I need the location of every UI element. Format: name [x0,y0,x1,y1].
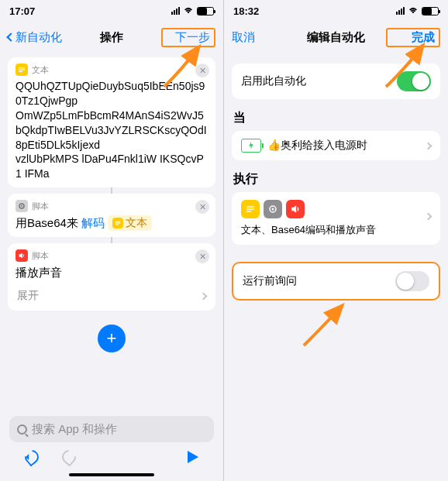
text-variable-pill[interactable]: 文本 [108,215,152,231]
chevron-right-icon [200,293,208,301]
status-time: 18:32 [233,5,259,17]
text-icon [241,200,260,218]
when-trigger-row[interactable]: 👍奥利给接入电源时 [232,131,440,160]
status-bar: 18:32 [224,0,448,22]
done-button[interactable]: 完成 [386,28,440,47]
gear-icon [16,200,28,212]
status-icons [171,7,214,15]
close-icon[interactable]: ✕ [195,200,209,214]
svg-point-4 [21,205,22,207]
signal-icon [396,7,405,15]
signal-icon [171,7,180,15]
status-bar: 17:07 [0,0,223,22]
chevron-right-icon [425,213,432,221]
play-button[interactable] [188,451,198,463]
next-button[interactable]: 下一步 [161,28,215,47]
battery-icon [197,7,214,15]
ask-switch[interactable] [395,271,429,291]
close-icon[interactable]: ✕ [195,64,209,77]
script-prefix: 用Base64来 [16,216,78,231]
nav-bar: 取消 编辑自动化 完成 [224,22,448,53]
add-action-button[interactable]: + [98,325,126,352]
nav-bar: 新自动化 操作 下一步 [0,22,223,53]
speaker-icon [286,200,305,218]
svg-rect-9 [246,208,254,209]
svg-rect-1 [19,69,25,70]
exec-text: 文本、Base64编码和播放声音 [241,223,376,237]
when-section-label: 当 [233,110,439,126]
when-text: 👍奥利给接入电源时 [267,139,367,153]
status-time: 17:07 [9,5,35,17]
charging-icon [241,139,261,153]
bottom-toolbar [9,442,214,472]
svg-point-12 [272,208,274,211]
text-tag-label: 文本 [32,64,49,76]
script-tag-label: 脚本 [32,250,49,262]
page-title: 编辑自动化 [307,30,365,45]
ask-before-run-row: 运行前询问 [232,262,440,301]
search-placeholder: 搜索 App 和操作 [32,422,117,437]
svg-rect-5 [115,222,120,222]
svg-rect-6 [115,223,120,224]
close-icon[interactable]: ✕ [195,249,209,263]
text-body: QQUhQZTUpQieDuybSuq5IbEEn50js90Tz1QjwPgp… [16,79,208,181]
svg-rect-2 [19,71,22,72]
exec-actions-row[interactable]: 文本、Base64编码和播放声音 [232,192,440,245]
wifi-icon [183,7,194,15]
text-action-card[interactable]: 文本 ✕ QQUhQZTUpQieDuybSuq5IbEEn50js90Tz1Q… [8,57,215,187]
status-icons [396,7,439,15]
search-input[interactable]: 搜索 App 和操作 [9,416,214,442]
svg-rect-8 [246,206,254,207]
gear-icon [264,200,282,218]
back-label: 新自动化 [16,30,62,45]
back-button[interactable]: 新自动化 [8,30,62,45]
base64-action-card[interactable]: 脚本 ✕ 用Base64来 解码 文本 [8,194,215,237]
enable-label: 启用此自动化 [241,74,306,88]
play-sound-card[interactable]: 脚本 ✕ 播放声音 [8,243,215,287]
exec-section-label: 执行 [233,171,439,187]
svg-rect-7 [115,225,119,225]
home-indicator[interactable] [69,473,154,476]
battery-icon [422,7,439,15]
wifi-icon [408,7,419,15]
script-tag-label: 脚本 [32,201,49,212]
svg-rect-10 [246,211,251,211]
ask-label: 运行前询问 [243,274,297,288]
search-icon [17,424,27,435]
page-title: 操作 [100,30,123,45]
text-icon [16,64,28,76]
chevron-right-icon [425,142,432,149]
redo-button [59,447,78,466]
decode-action[interactable]: 解码 [81,216,105,231]
chevron-left-icon [6,33,15,41]
enable-switch[interactable] [397,71,431,91]
play-sound-title: 播放声音 [16,265,208,280]
undo-button[interactable] [22,447,41,466]
text-icon [112,218,123,228]
enable-automation-row: 启用此自动化 [232,64,440,99]
speaker-icon [16,249,28,262]
svg-rect-0 [19,67,25,68]
connector-line [8,237,215,243]
cancel-button[interactable]: 取消 [232,30,286,45]
connector-line [8,187,215,194]
